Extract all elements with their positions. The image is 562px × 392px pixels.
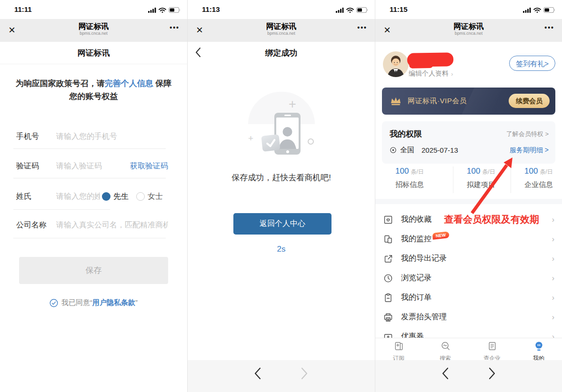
chevron-right-icon: › [552, 235, 554, 244]
vip-title: 网证标讯·VIP会员 [408, 97, 467, 106]
webview-title: 网证标讯 [188, 22, 375, 31]
stat-unit: 条/日 [540, 168, 552, 175]
plus-decoration: + [289, 97, 296, 112]
nav-forward-icon[interactable] [489, 367, 495, 382]
radio-female-label[interactable]: 女士 [148, 192, 163, 202]
complete-profile-link[interactable]: 完善个人信息 [105, 79, 153, 88]
stat-unit: 条/日 [482, 168, 495, 175]
menu-item-export-records[interactable]: 我的导出记录 › [375, 249, 562, 268]
service-period-link[interactable]: 服务期明细 > [510, 146, 549, 155]
signal-icon [148, 6, 156, 15]
battery-icon [169, 6, 181, 15]
browser-footer [375, 360, 562, 392]
wifi-icon [346, 6, 354, 15]
radio-female[interactable] [136, 192, 145, 201]
check-circle-icon[interactable] [50, 299, 58, 307]
menu-label: 我的监控 [401, 234, 432, 244]
menu-item-orders[interactable]: 我的订单 › [375, 288, 562, 307]
chevron-right-icon: › [552, 294, 554, 302]
tab-mine[interactable]: 我的 [515, 338, 562, 361]
vip-banner[interactable]: 网证标讯·VIP会员 续费会员 [382, 88, 555, 115]
panel-personal-center: 11:15 × 网证标讯 bpms.cnca.net ••• 编辑个人资料 › … [375, 0, 562, 392]
more-icon[interactable]: ••• [357, 24, 367, 31]
save-button[interactable]: 保存 [19, 257, 168, 284]
history-clock-icon [383, 273, 393, 284]
divider [13, 178, 166, 178]
chevron-right-icon: › [552, 313, 554, 322]
bottom-tab-bar: 订阅 搜索 查企业 我的 [375, 338, 562, 361]
status-bar: 11:13 [188, 0, 375, 19]
stat-proposed-projects: 100条/日 拟建项目 [453, 167, 511, 193]
success-message: 保存成功，赶快去看商机吧! [188, 172, 375, 183]
menu-label: 我的订单 [401, 293, 432, 303]
company-doc-icon [487, 341, 498, 353]
menu-item-history[interactable]: 浏览记录 › [375, 268, 562, 288]
code-field-row: 验证码 获取验证码 [16, 159, 168, 173]
stat-label: 拟建项目 [467, 180, 511, 189]
webview-navbar: × 网证标讯 bpms.cnca.net ••• [0, 19, 187, 42]
stat-label: 招标信息 [395, 180, 453, 189]
radio-male-selected[interactable] [102, 192, 110, 201]
subscribe-icon [393, 341, 404, 353]
signal-icon [523, 6, 531, 15]
member-privileges-link[interactable]: 了解会员特权 > [506, 130, 549, 138]
phone-input[interactable] [56, 132, 168, 141]
redacted-username [407, 52, 453, 67]
company-input[interactable] [56, 221, 168, 229]
menu-item-monitoring[interactable]: 我的监控 NEW › [375, 229, 562, 249]
webview-domain: bpms.cnca.net [375, 31, 562, 36]
check-badge-icon [261, 134, 280, 152]
menu-label: 我的收藏 [401, 215, 432, 225]
divider [13, 238, 166, 238]
surname-input[interactable] [56, 192, 100, 201]
agreement-row: 我已同意“用户隐私条款” [0, 298, 187, 307]
status-time: 11:11 [14, 5, 32, 13]
edit-profile-link[interactable]: 编辑个人资料 › [409, 69, 453, 78]
tab-search[interactable]: 搜索 [422, 338, 469, 361]
return-personal-center-button[interactable]: 返回个人中心 [233, 213, 331, 235]
page-title: 绑定成功 [265, 48, 298, 59]
agree-post: ” [135, 298, 138, 306]
renew-membership-button[interactable]: 续费会员 [509, 94, 550, 108]
monitoring-icon [383, 234, 393, 245]
stat-bidding: 100条/日 招标信息 [382, 167, 453, 193]
orders-icon [383, 293, 393, 303]
chevron-right-icon: › [451, 70, 453, 78]
stat-value: 100 [467, 167, 480, 176]
panel-bind-success: 11:13 × 网证标讯 bpms.cnca.net ••• 绑定成功 + + [187, 0, 375, 392]
avatar[interactable] [383, 51, 409, 77]
status-icons [336, 6, 368, 15]
divider [13, 148, 166, 149]
battery-icon [543, 6, 555, 15]
nav-forward-icon[interactable] [301, 367, 308, 382]
get-code-link[interactable]: 获取验证码 [130, 161, 168, 171]
menu-label: 我的导出记录 [401, 254, 447, 264]
region-label: 全国 [400, 146, 414, 155]
expiry-date: 2025-07-13 [422, 146, 458, 154]
edit-profile-label: 编辑个人资料 [409, 69, 449, 78]
signal-icon [336, 6, 344, 15]
code-input[interactable] [56, 162, 130, 170]
circle-decoration [308, 138, 314, 145]
status-time: 11:15 [390, 5, 408, 13]
chevron-right-icon: › [552, 274, 554, 283]
radio-male-label[interactable]: 先生 [113, 192, 129, 202]
nav-back-icon[interactable] [254, 367, 261, 382]
back-icon[interactable] [195, 47, 201, 60]
sign-in-gift-button[interactable]: 签到有礼> [509, 56, 555, 71]
personal-menu: 我的收藏 › 我的监控 NEW › 我的导出记录 › 浏览记录 › 我的订单 ›… [375, 210, 562, 346]
tab-subscribe[interactable]: 订阅 [375, 338, 422, 361]
webview-title: 网证标讯 [375, 22, 562, 31]
privacy-terms-link[interactable]: 用户隐私条款 [92, 298, 135, 306]
more-icon[interactable]: ••• [170, 24, 180, 31]
success-illustration: + + [188, 90, 375, 162]
company-field-row: 公司名称 [16, 218, 168, 232]
browser-footer [188, 360, 375, 392]
nav-back-icon[interactable] [442, 367, 449, 382]
agree-pre: 我已同意“ [61, 298, 92, 306]
tab-company-lookup[interactable]: 查企业 [469, 338, 515, 361]
status-icons [523, 6, 555, 15]
status-bar: 11:15 [375, 0, 562, 19]
menu-item-invoice-titles[interactable]: 发票抬头管理 › [375, 307, 562, 327]
more-icon[interactable]: ••• [544, 24, 554, 31]
